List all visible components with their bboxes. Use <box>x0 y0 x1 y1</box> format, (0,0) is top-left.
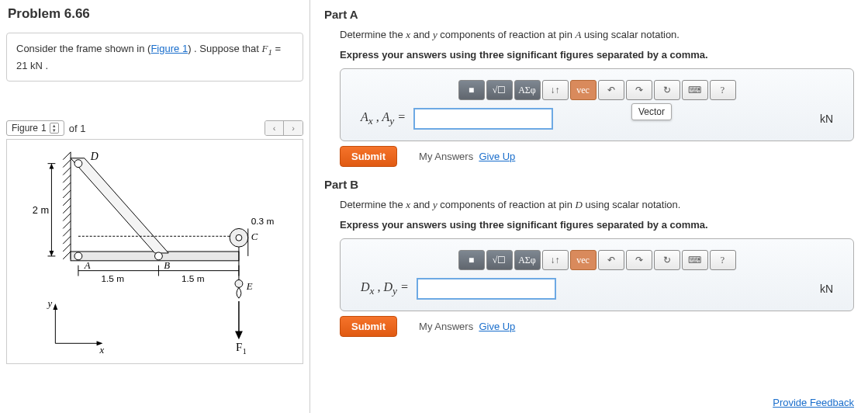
figure-canvas: D 2 m A B C E 0.3 m 1.5 m 1.5 m F 1 y x <box>6 139 303 364</box>
svg-line-8 <box>63 206 71 213</box>
tool-subsup-icon[interactable]: ↓↑ <box>542 80 569 100</box>
svg-line-14 <box>63 252 71 259</box>
tool-reset-icon[interactable]: ↻ <box>654 250 680 270</box>
svg-text:D: D <box>90 151 99 162</box>
svg-text:x: x <box>99 345 105 356</box>
tool-redo-icon[interactable]: ↷ <box>626 80 652 100</box>
tool-template-icon[interactable]: ■ <box>458 250 485 270</box>
figure-header: Figure 1 ▲▼ of 1 ‹ › <box>6 120 303 136</box>
figure-stepper[interactable]: ▲▼ <box>50 123 59 134</box>
svg-text:B: B <box>164 260 170 271</box>
part-a-answer-label: Ax , Ay = <box>361 110 406 127</box>
part-a-answer-input[interactable] <box>413 108 553 130</box>
part-b-instr2: Express your answers using three signifi… <box>340 217 854 233</box>
svg-line-5 <box>63 183 71 191</box>
tool-template-icon[interactable]: ■ <box>458 80 485 100</box>
tool-greek-icon[interactable]: ΑΣφ <box>514 250 541 270</box>
figure-selector: Figure 1 ▲▼ <box>6 120 64 136</box>
toolbar-b: ■ √☐ ΑΣφ ↓↑ vec ↶ ↷ ↻ ⌨ ? <box>361 250 833 270</box>
svg-marker-40 <box>53 304 57 310</box>
vec-tooltip: Vector <box>631 103 672 120</box>
svg-line-11 <box>63 229 71 237</box>
svg-text:2 m: 2 m <box>33 204 49 216</box>
part-b-answer-box: ■ √☐ ΑΣφ ↓↑ vec ↶ ↷ ↻ ⌨ ? Dx , Dy = kN <box>340 238 854 311</box>
tool-sqrt-icon[interactable]: √☐ <box>486 80 513 100</box>
svg-point-22 <box>235 280 243 288</box>
part-a-my-answers: My Answers Give Up <box>419 151 515 162</box>
part-b-submit-button[interactable]: Submit <box>340 316 397 337</box>
figure-next-button[interactable]: › <box>284 121 303 135</box>
part-b-title: Part B <box>324 178 854 191</box>
svg-line-12 <box>63 237 71 245</box>
svg-text:C: C <box>251 232 258 243</box>
part-b-my-answers: My Answers Give Up <box>419 321 515 332</box>
svg-text:A: A <box>84 260 91 271</box>
svg-text:1: 1 <box>243 347 247 356</box>
svg-line-3 <box>63 168 71 175</box>
part-a-instr2: Express your answers using three signifi… <box>340 47 854 63</box>
svg-marker-30 <box>49 251 54 256</box>
part-a-give-up-link[interactable]: Give Up <box>479 151 515 162</box>
svg-marker-29 <box>49 164 54 169</box>
tool-sqrt-icon[interactable]: √☐ <box>486 250 513 270</box>
part-a-unit: kN <box>820 113 833 125</box>
tool-keyboard-icon[interactable]: ⌨ <box>682 250 708 270</box>
tool-vec-button[interactable]: vec <box>570 80 597 100</box>
toolbar-a: ■ √☐ ΑΣφ ↓↑ vec ↶ ↷ ↻ ⌨ ? Vector <box>361 80 833 100</box>
svg-point-19 <box>155 252 163 260</box>
svg-line-1 <box>63 152 71 160</box>
svg-point-17 <box>74 160 82 168</box>
figure-current: 1 <box>41 123 47 134</box>
svg-text:1.5 m: 1.5 m <box>182 274 205 285</box>
part-b-give-up-link[interactable]: Give Up <box>479 321 515 332</box>
part-b-unit: kN <box>820 283 833 295</box>
svg-text:0.3 m: 0.3 m <box>251 217 275 227</box>
svg-line-2 <box>63 160 71 168</box>
text: Consider the frame shown in ( <box>16 43 150 54</box>
tool-keyboard-icon[interactable]: ⌨ <box>682 80 708 100</box>
svg-point-21 <box>236 235 242 241</box>
tool-help-icon[interactable]: ? <box>710 250 736 270</box>
svg-marker-25 <box>235 331 243 340</box>
tool-undo-icon[interactable]: ↶ <box>598 80 624 100</box>
tool-greek-icon[interactable]: ΑΣφ <box>514 80 541 100</box>
svg-marker-16 <box>71 158 168 253</box>
text: ) . Suppose that <box>188 43 261 54</box>
svg-text:y: y <box>46 298 52 309</box>
svg-point-18 <box>74 252 82 260</box>
figure-prev-button[interactable]: ‹ <box>265 121 284 135</box>
figure-nav: ‹ › <box>265 120 303 136</box>
svg-line-13 <box>63 244 71 252</box>
part-a-submit-button[interactable]: Submit <box>340 146 397 167</box>
tool-help-icon[interactable]: ? <box>710 80 736 100</box>
part-b-answer-label: Dx , Dy = <box>361 280 409 297</box>
tool-redo-icon[interactable]: ↷ <box>626 250 652 270</box>
tool-undo-icon[interactable]: ↶ <box>598 250 624 270</box>
part-a-instr1: Determine the x and y components of reac… <box>340 27 854 43</box>
tool-vec-button[interactable]: vec <box>570 250 597 270</box>
problem-statement: Consider the frame shown in (Figure 1) .… <box>6 33 303 82</box>
svg-line-6 <box>63 190 71 198</box>
part-a-title: Part A <box>324 8 854 21</box>
problem-title: Problem 6.66 <box>0 0 310 28</box>
svg-text:F: F <box>236 341 242 353</box>
figure-label: Figure <box>12 123 38 134</box>
part-b-instr1: Determine the x and y components of reac… <box>340 197 854 213</box>
svg-line-7 <box>63 198 71 206</box>
part-a-answer-box: ■ √☐ ΑΣφ ↓↑ vec ↶ ↷ ↻ ⌨ ? Vector Ax , Ay… <box>340 68 854 141</box>
figure-link[interactable]: Figure 1 <box>150 43 188 54</box>
part-b-answer-input[interactable] <box>417 278 556 300</box>
svg-line-4 <box>63 175 71 183</box>
svg-line-10 <box>63 221 71 229</box>
svg-text:E: E <box>246 282 253 293</box>
svg-text:1.5 m: 1.5 m <box>102 274 125 285</box>
svg-line-9 <box>63 213 71 221</box>
figure-of: of 1 <box>69 123 86 134</box>
provide-feedback-link[interactable]: Provide Feedback <box>773 397 854 408</box>
tool-reset-icon[interactable]: ↻ <box>654 80 680 100</box>
tool-subsup-icon[interactable]: ↓↑ <box>542 250 569 270</box>
